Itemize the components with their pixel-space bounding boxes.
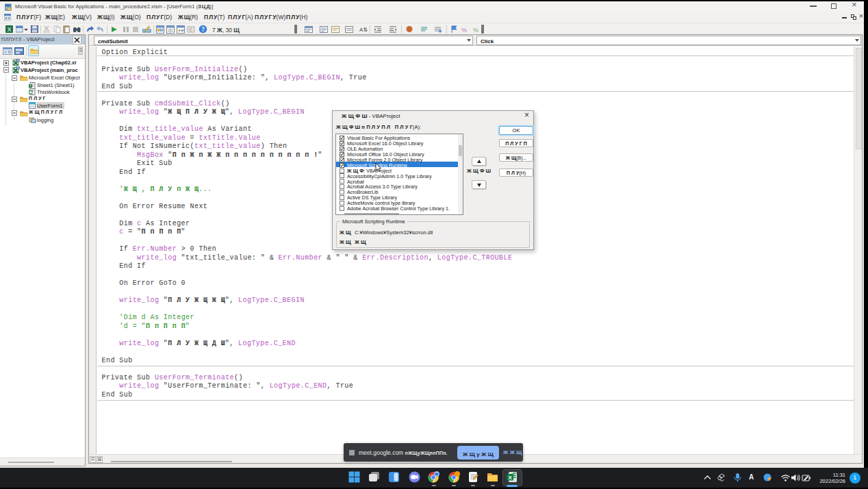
svg-text:X: X (7, 26, 11, 33)
svg-text:?: ? (201, 26, 205, 33)
svg-text:X: X (509, 475, 513, 481)
svg-text:%: % (461, 27, 467, 34)
svg-text:%: % (473, 27, 478, 34)
svg-text:X: X (29, 84, 31, 88)
svg-text:A⇅: A⇅ (359, 27, 368, 33)
